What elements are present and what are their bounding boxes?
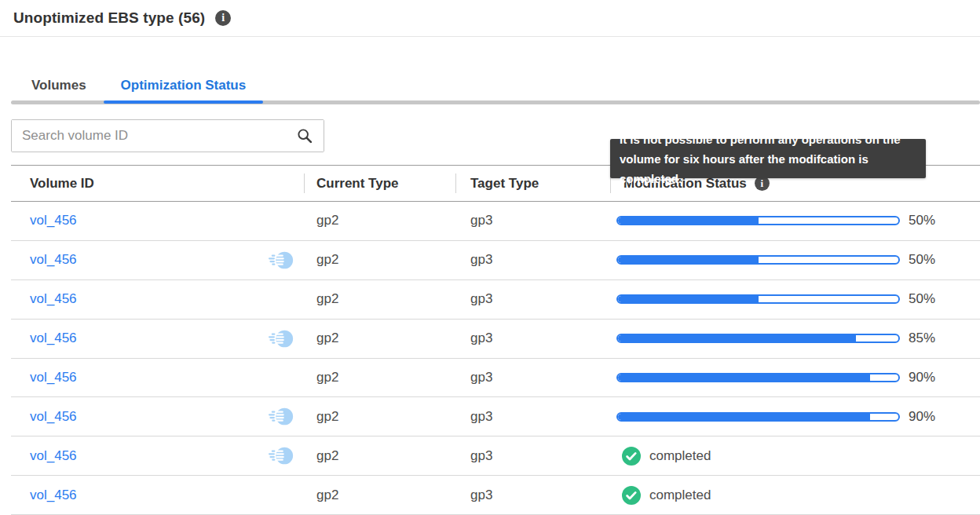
target-type-cell: gp3	[455, 241, 610, 279]
volume-id-cell: vol_456	[11, 241, 304, 279]
table-row: vol_456	[11, 241, 980, 280]
modification-status-cell: 50%	[610, 241, 980, 279]
progress-bar	[616, 294, 900, 304]
tab-bar: Volumes Optimization Status	[11, 71, 980, 104]
volume-id-link[interactable]: vol_456	[30, 252, 77, 268]
optimization-status-table: Volume ID Current Type Taget Type Modifi…	[11, 165, 980, 515]
tab-volumes[interactable]: Volumes	[11, 71, 104, 104]
table-row: vol_456	[11, 202, 980, 241]
progress-indicator: 50%	[616, 213, 935, 228]
progress-bar	[616, 216, 900, 225]
volume-id-cell: vol_456	[11, 202, 304, 240]
modification-status-tooltip: It is not possible to perform any operat…	[610, 139, 926, 178]
column-header-volume-id: Volume ID	[11, 166, 304, 201]
modification-status-cell: completed	[610, 476, 980, 514]
target-type-cell: gp3	[455, 202, 610, 240]
current-type-cell: gp2	[304, 476, 455, 514]
page-header: Unoptimized EBS type (56) i	[0, 0, 980, 37]
current-type-cell: gp2	[304, 280, 455, 319]
volume-id-cell: vol_456	[11, 397, 304, 436]
search-box	[11, 119, 324, 152]
search-icon[interactable]	[296, 127, 313, 144]
progress-bar	[616, 373, 900, 382]
completed-status: completed	[616, 486, 711, 505]
current-type-cell: gp2	[304, 241, 455, 279]
progress-percent-label: 90%	[909, 370, 935, 385]
current-type-cell: gp2	[304, 320, 455, 358]
modification-status-cell: 50%	[610, 202, 980, 240]
check-circle-icon	[622, 486, 641, 505]
progress-bar-fill	[618, 414, 870, 420]
progress-indicator: 90%	[616, 409, 935, 425]
volume-id-link[interactable]: vol_456	[30, 213, 77, 228]
current-type-cell: gp2	[304, 397, 455, 436]
volume-id-link[interactable]: vol_456	[30, 448, 77, 464]
progress-indicator: 50%	[616, 252, 935, 268]
search-input[interactable]	[12, 120, 324, 152]
fast-modification-icon	[268, 406, 294, 427]
volume-id-cell: vol_456	[11, 320, 304, 358]
volume-id-cell: vol_456	[11, 359, 304, 397]
page-title: Unoptimized EBS type (56)	[13, 9, 205, 27]
current-type-cell: gp2	[304, 359, 455, 397]
volume-id-cell: vol_456	[11, 436, 304, 475]
progress-bar	[616, 255, 900, 265]
check-circle-icon	[622, 447, 641, 466]
title-info-icon[interactable]: i	[215, 10, 231, 26]
progress-indicator: 50%	[616, 291, 935, 307]
modification-status-cell: 50%	[610, 280, 980, 319]
volume-id-cell: vol_456	[11, 280, 304, 319]
progress-bar	[616, 334, 900, 343]
progress-percent-label: 50%	[909, 213, 935, 228]
target-type-cell: gp3	[455, 476, 610, 514]
modification-status-cell: completed	[610, 436, 980, 475]
column-header-target-type: Taget Type	[455, 166, 610, 201]
target-type-cell: gp3	[455, 397, 610, 436]
current-type-cell: gp2	[304, 436, 455, 475]
fast-modification-icon	[268, 445, 294, 466]
fast-modification-icon	[268, 328, 294, 349]
modification-status-cell: 90%	[610, 359, 980, 397]
progress-bar-fill	[618, 374, 870, 381]
progress-percent-label: 90%	[909, 409, 935, 425]
modification-status-cell: 85%	[610, 320, 980, 358]
target-type-cell: gp3	[455, 280, 610, 319]
completed-label: completed	[649, 488, 711, 503]
target-type-cell: gp3	[455, 320, 610, 358]
progress-indicator: 85%	[616, 331, 935, 346]
volume-id-link[interactable]: vol_456	[30, 370, 77, 385]
current-type-cell: gp2	[304, 202, 455, 240]
target-type-cell: gp3	[455, 359, 610, 397]
progress-percent-label: 50%	[909, 252, 935, 268]
progress-percent-label: 85%	[909, 331, 935, 346]
progress-bar-fill	[618, 296, 759, 302]
progress-bar-fill	[618, 257, 759, 263]
fast-modification-icon	[268, 250, 294, 271]
table-row: vol_456	[11, 436, 980, 476]
completed-label: completed	[649, 448, 711, 464]
progress-bar-fill	[618, 335, 856, 342]
progress-percent-label: 50%	[909, 291, 935, 307]
column-header-current-type: Current Type	[304, 166, 455, 201]
volume-id-link[interactable]: vol_456	[30, 488, 77, 503]
table-row: vol_456	[11, 280, 980, 320]
target-type-cell: gp3	[455, 436, 610, 475]
table-row: vol_456	[11, 397, 980, 436]
progress-indicator: 90%	[616, 370, 935, 385]
tab-optimization-status[interactable]: Optimization Status	[104, 71, 264, 104]
table-row: vol_456	[11, 359, 980, 398]
progress-bar-fill	[618, 217, 759, 224]
table-row: vol_456	[11, 476, 980, 515]
completed-status: completed	[616, 447, 711, 466]
modification-status-cell: 90%	[610, 397, 980, 436]
volume-id-link[interactable]: vol_456	[30, 291, 77, 307]
table-body: vol_456	[11, 202, 980, 515]
progress-bar	[616, 412, 900, 422]
volume-id-cell: vol_456	[11, 476, 304, 514]
volume-id-link[interactable]: vol_456	[30, 409, 77, 425]
volume-id-link[interactable]: vol_456	[30, 331, 77, 346]
table-row: vol_456	[11, 320, 980, 359]
